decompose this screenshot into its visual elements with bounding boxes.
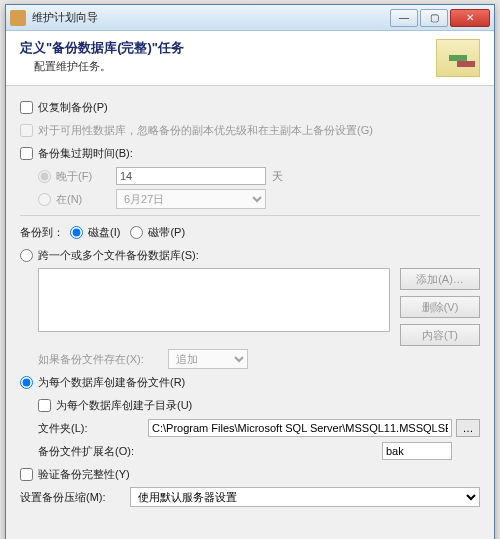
ignore-priority-label: 对于可用性数据库，忽略备份的副本优先级和在主副本上备份设置(G) — [38, 123, 373, 138]
folder-label: 文件夹(L): — [38, 421, 148, 436]
on-label: 在(N) — [56, 192, 116, 207]
copy-only-checkbox[interactable] — [20, 101, 33, 114]
tape-label: 磁带(P) — [148, 225, 185, 240]
remove-button: 删除(V) — [400, 296, 480, 318]
wizard-header: 定义"备份数据库(完整)"任务 配置维护任务。 — [6, 31, 494, 86]
on-date-select: 6月27日 — [116, 189, 266, 209]
page-subtitle: 配置维护任务。 — [34, 59, 436, 74]
verify-label: 验证备份完整性(Y) — [38, 467, 130, 482]
per-db-file-radio[interactable] — [20, 376, 33, 389]
backup-to-label: 备份到： — [20, 225, 64, 240]
if-exists-label: 如果备份文件存在(X): — [38, 352, 168, 367]
span-files-radio[interactable] — [20, 249, 33, 262]
backup-expires-label: 备份集过期时间(B): — [38, 146, 133, 161]
after-value-input — [116, 167, 266, 185]
compress-label: 设置备份压缩(M): — [20, 490, 130, 505]
tape-radio[interactable] — [130, 226, 143, 239]
add-button: 添加(A)… — [400, 268, 480, 290]
after-radio — [38, 170, 51, 183]
disk-radio[interactable] — [70, 226, 83, 239]
after-unit: 天 — [272, 169, 283, 184]
folder-input[interactable] — [148, 419, 452, 437]
page-title: 定义"备份数据库(完整)"任务 — [20, 39, 436, 57]
window-title: 维护计划向导 — [32, 10, 390, 25]
ext-label: 备份文件扩展名(O): — [38, 444, 148, 459]
on-radio — [38, 193, 51, 206]
span-files-label: 跨一个或多个文件备份数据库(S): — [38, 248, 199, 263]
wizard-window: 维护计划向导 — ▢ ✕ 定义"备份数据库(完整)"任务 配置维护任务。 仅复制… — [5, 4, 495, 539]
titlebar: 维护计划向导 — ▢ ✕ — [6, 5, 494, 31]
close-button[interactable]: ✕ — [450, 9, 490, 27]
after-label: 晚于(F) — [56, 169, 116, 184]
window-controls: — ▢ ✕ — [390, 9, 490, 27]
backup-expires-checkbox[interactable] — [20, 147, 33, 160]
separator — [20, 215, 480, 216]
ext-input[interactable] — [382, 442, 452, 460]
minimize-button[interactable]: — — [390, 9, 418, 27]
per-db-file-label: 为每个数据库创建备份文件(R) — [38, 375, 185, 390]
if-exists-select: 追加 — [168, 349, 248, 369]
compress-select[interactable]: 使用默认服务器设置 — [130, 487, 480, 507]
contents-button: 内容(T) — [400, 324, 480, 346]
ignore-priority-checkbox — [20, 124, 33, 137]
browse-button[interactable]: … — [456, 419, 480, 437]
app-icon — [10, 10, 26, 26]
wizard-content: 仅复制备份(P) 对于可用性数据库，忽略备份的副本优先级和在主副本上备份设置(G… — [6, 86, 494, 514]
files-listbox[interactable] — [38, 268, 390, 332]
per-db-dir-label: 为每个数据库创建子目录(U) — [56, 398, 192, 413]
maximize-button[interactable]: ▢ — [420, 9, 448, 27]
per-db-dir-checkbox[interactable] — [38, 399, 51, 412]
disk-label: 磁盘(I) — [88, 225, 120, 240]
verify-checkbox[interactable] — [20, 468, 33, 481]
copy-only-label: 仅复制备份(P) — [38, 100, 108, 115]
wizard-icon — [436, 39, 480, 77]
